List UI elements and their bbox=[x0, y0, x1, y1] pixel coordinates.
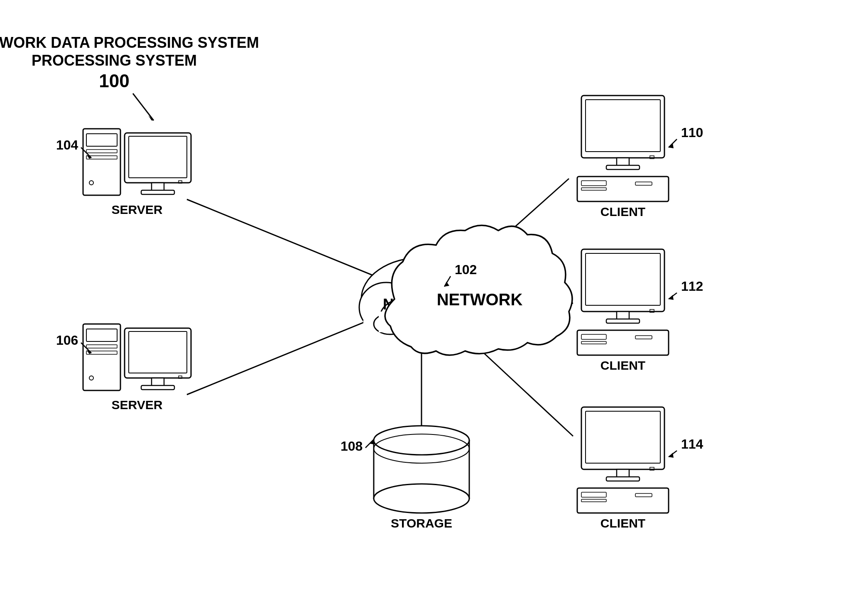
svg-rect-74 bbox=[581, 492, 606, 497]
svg-rect-24 bbox=[141, 190, 174, 194]
network-cloud-proper: NETWORK bbox=[385, 226, 572, 356]
client-114-label: CLIENT bbox=[600, 516, 645, 530]
svg-rect-60 bbox=[606, 319, 640, 323]
storage-108: STORAGE bbox=[374, 426, 469, 530]
client-110-number: 110 bbox=[681, 125, 703, 140]
svg-rect-47 bbox=[586, 100, 660, 152]
network-number: 102 bbox=[455, 262, 477, 277]
storage-label: STORAGE bbox=[391, 516, 452, 530]
svg-line-79 bbox=[133, 93, 154, 120]
server-106-number: 106 bbox=[56, 333, 78, 348]
svg-point-42 bbox=[374, 484, 469, 513]
client-114-number: 114 bbox=[681, 437, 703, 452]
svg-marker-45 bbox=[370, 439, 375, 444]
svg-rect-76 bbox=[635, 493, 652, 497]
system-title-line1: NETWORK DATA PROCESSING SYSTEM bbox=[0, 34, 259, 51]
svg-rect-17 bbox=[86, 134, 117, 146]
client-112-label: CLIENT bbox=[600, 358, 645, 372]
svg-rect-65 bbox=[635, 336, 652, 339]
svg-rect-49 bbox=[606, 165, 640, 169]
svg-line-1 bbox=[187, 312, 390, 395]
client-110: CLIENT bbox=[577, 96, 669, 218]
svg-line-0 bbox=[187, 199, 390, 282]
svg-rect-58 bbox=[586, 253, 660, 305]
server-106: SERVER bbox=[83, 324, 191, 412]
svg-rect-54 bbox=[635, 182, 652, 185]
svg-rect-53 bbox=[581, 188, 606, 190]
storage-number: 108 bbox=[341, 439, 363, 454]
client-114: CLIENT bbox=[577, 407, 669, 530]
client-110-label: CLIENT bbox=[600, 205, 645, 218]
svg-rect-30 bbox=[86, 345, 117, 348]
client-112: CLIENT bbox=[577, 249, 669, 372]
client-112-number: 112 bbox=[681, 279, 703, 294]
svg-rect-63 bbox=[581, 334, 606, 339]
svg-rect-75 bbox=[581, 499, 606, 502]
svg-rect-64 bbox=[581, 341, 606, 344]
svg-rect-22 bbox=[129, 136, 187, 178]
svg-rect-18 bbox=[86, 150, 117, 153]
server-104: SERVER bbox=[83, 129, 191, 216]
svg-rect-29 bbox=[86, 329, 117, 341]
diagram-container: NETWORK NETWORK SE bbox=[0, 0, 843, 616]
system-number: 100 bbox=[99, 71, 129, 91]
svg-marker-67 bbox=[669, 295, 674, 300]
server-104-number: 104 bbox=[56, 137, 78, 152]
svg-rect-71 bbox=[606, 477, 640, 481]
svg-point-41 bbox=[374, 426, 469, 455]
server-104-label: SERVER bbox=[112, 203, 163, 216]
network-text: NETWORK bbox=[437, 290, 523, 309]
svg-rect-34 bbox=[129, 331, 187, 373]
svg-rect-69 bbox=[586, 411, 660, 463]
svg-marker-78 bbox=[669, 453, 674, 458]
server-106-label: SERVER bbox=[112, 398, 163, 412]
svg-rect-36 bbox=[141, 385, 174, 390]
svg-rect-52 bbox=[581, 181, 606, 186]
system-title-line2: PROCESSING SYSTEM bbox=[32, 52, 197, 69]
svg-marker-56 bbox=[669, 143, 674, 148]
